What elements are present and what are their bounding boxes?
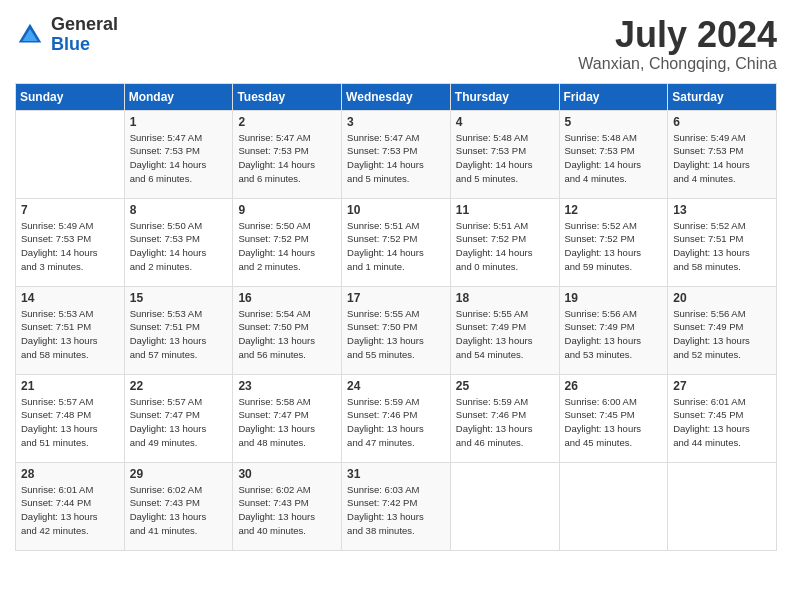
day-number: 28 bbox=[21, 467, 119, 481]
page-header: General Blue July 2024 Wanxian, Chongqin… bbox=[15, 15, 777, 73]
day-number: 12 bbox=[565, 203, 663, 217]
day-info: Sunrise: 6:01 AM Sunset: 7:45 PM Dayligh… bbox=[673, 395, 771, 450]
calendar-week-1: 1Sunrise: 5:47 AM Sunset: 7:53 PM Daylig… bbox=[16, 110, 777, 198]
day-info: Sunrise: 5:51 AM Sunset: 7:52 PM Dayligh… bbox=[347, 219, 445, 274]
day-number: 26 bbox=[565, 379, 663, 393]
calendar-cell: 24Sunrise: 5:59 AM Sunset: 7:46 PM Dayli… bbox=[342, 374, 451, 462]
calendar-cell: 4Sunrise: 5:48 AM Sunset: 7:53 PM Daylig… bbox=[450, 110, 559, 198]
calendar-cell: 20Sunrise: 5:56 AM Sunset: 7:49 PM Dayli… bbox=[668, 286, 777, 374]
header-sunday: Sunday bbox=[16, 83, 125, 110]
calendar-cell: 8Sunrise: 5:50 AM Sunset: 7:53 PM Daylig… bbox=[124, 198, 233, 286]
calendar-cell: 29Sunrise: 6:02 AM Sunset: 7:43 PM Dayli… bbox=[124, 462, 233, 550]
day-info: Sunrise: 5:47 AM Sunset: 7:53 PM Dayligh… bbox=[130, 131, 228, 186]
calendar-cell: 25Sunrise: 5:59 AM Sunset: 7:46 PM Dayli… bbox=[450, 374, 559, 462]
calendar-cell bbox=[450, 462, 559, 550]
day-info: Sunrise: 5:50 AM Sunset: 7:52 PM Dayligh… bbox=[238, 219, 336, 274]
day-info: Sunrise: 5:48 AM Sunset: 7:53 PM Dayligh… bbox=[565, 131, 663, 186]
header-thursday: Thursday bbox=[450, 83, 559, 110]
day-number: 1 bbox=[130, 115, 228, 129]
day-info: Sunrise: 5:47 AM Sunset: 7:53 PM Dayligh… bbox=[347, 131, 445, 186]
day-info: Sunrise: 5:58 AM Sunset: 7:47 PM Dayligh… bbox=[238, 395, 336, 450]
calendar-cell: 30Sunrise: 6:02 AM Sunset: 7:43 PM Dayli… bbox=[233, 462, 342, 550]
day-number: 31 bbox=[347, 467, 445, 481]
day-info: Sunrise: 5:50 AM Sunset: 7:53 PM Dayligh… bbox=[130, 219, 228, 274]
day-info: Sunrise: 5:57 AM Sunset: 7:48 PM Dayligh… bbox=[21, 395, 119, 450]
day-info: Sunrise: 5:51 AM Sunset: 7:52 PM Dayligh… bbox=[456, 219, 554, 274]
calendar-cell: 18Sunrise: 5:55 AM Sunset: 7:49 PM Dayli… bbox=[450, 286, 559, 374]
calendar-week-5: 28Sunrise: 6:01 AM Sunset: 7:44 PM Dayli… bbox=[16, 462, 777, 550]
day-info: Sunrise: 5:49 AM Sunset: 7:53 PM Dayligh… bbox=[21, 219, 119, 274]
calendar-cell: 26Sunrise: 6:00 AM Sunset: 7:45 PM Dayli… bbox=[559, 374, 668, 462]
day-number: 5 bbox=[565, 115, 663, 129]
calendar-cell: 28Sunrise: 6:01 AM Sunset: 7:44 PM Dayli… bbox=[16, 462, 125, 550]
calendar-cell: 1Sunrise: 5:47 AM Sunset: 7:53 PM Daylig… bbox=[124, 110, 233, 198]
day-number: 9 bbox=[238, 203, 336, 217]
day-info: Sunrise: 6:01 AM Sunset: 7:44 PM Dayligh… bbox=[21, 483, 119, 538]
logo-general: General bbox=[51, 15, 118, 35]
day-number: 4 bbox=[456, 115, 554, 129]
calendar-cell: 12Sunrise: 5:52 AM Sunset: 7:52 PM Dayli… bbox=[559, 198, 668, 286]
header-saturday: Saturday bbox=[668, 83, 777, 110]
day-info: Sunrise: 5:49 AM Sunset: 7:53 PM Dayligh… bbox=[673, 131, 771, 186]
calendar-header-row: SundayMondayTuesdayWednesdayThursdayFrid… bbox=[16, 83, 777, 110]
calendar-cell: 9Sunrise: 5:50 AM Sunset: 7:52 PM Daylig… bbox=[233, 198, 342, 286]
day-number: 16 bbox=[238, 291, 336, 305]
calendar-cell: 10Sunrise: 5:51 AM Sunset: 7:52 PM Dayli… bbox=[342, 198, 451, 286]
day-number: 23 bbox=[238, 379, 336, 393]
calendar-cell: 5Sunrise: 5:48 AM Sunset: 7:53 PM Daylig… bbox=[559, 110, 668, 198]
title-section: July 2024 Wanxian, Chongqing, China bbox=[578, 15, 777, 73]
day-info: Sunrise: 5:54 AM Sunset: 7:50 PM Dayligh… bbox=[238, 307, 336, 362]
calendar-cell bbox=[668, 462, 777, 550]
day-info: Sunrise: 5:47 AM Sunset: 7:53 PM Dayligh… bbox=[238, 131, 336, 186]
day-number: 27 bbox=[673, 379, 771, 393]
day-info: Sunrise: 5:52 AM Sunset: 7:52 PM Dayligh… bbox=[565, 219, 663, 274]
header-friday: Friday bbox=[559, 83, 668, 110]
calendar-cell: 2Sunrise: 5:47 AM Sunset: 7:53 PM Daylig… bbox=[233, 110, 342, 198]
calendar-table: SundayMondayTuesdayWednesdayThursdayFrid… bbox=[15, 83, 777, 551]
day-info: Sunrise: 5:53 AM Sunset: 7:51 PM Dayligh… bbox=[21, 307, 119, 362]
calendar-week-4: 21Sunrise: 5:57 AM Sunset: 7:48 PM Dayli… bbox=[16, 374, 777, 462]
calendar-cell: 7Sunrise: 5:49 AM Sunset: 7:53 PM Daylig… bbox=[16, 198, 125, 286]
day-number: 19 bbox=[565, 291, 663, 305]
calendar-cell: 16Sunrise: 5:54 AM Sunset: 7:50 PM Dayli… bbox=[233, 286, 342, 374]
calendar-cell bbox=[559, 462, 668, 550]
day-info: Sunrise: 6:02 AM Sunset: 7:43 PM Dayligh… bbox=[238, 483, 336, 538]
day-info: Sunrise: 6:02 AM Sunset: 7:43 PM Dayligh… bbox=[130, 483, 228, 538]
day-number: 7 bbox=[21, 203, 119, 217]
day-number: 11 bbox=[456, 203, 554, 217]
calendar-cell: 22Sunrise: 5:57 AM Sunset: 7:47 PM Dayli… bbox=[124, 374, 233, 462]
day-info: Sunrise: 5:48 AM Sunset: 7:53 PM Dayligh… bbox=[456, 131, 554, 186]
day-number: 18 bbox=[456, 291, 554, 305]
day-info: Sunrise: 5:59 AM Sunset: 7:46 PM Dayligh… bbox=[456, 395, 554, 450]
day-info: Sunrise: 5:56 AM Sunset: 7:49 PM Dayligh… bbox=[565, 307, 663, 362]
day-number: 22 bbox=[130, 379, 228, 393]
day-number: 25 bbox=[456, 379, 554, 393]
calendar-cell: 27Sunrise: 6:01 AM Sunset: 7:45 PM Dayli… bbox=[668, 374, 777, 462]
logo-blue: Blue bbox=[51, 35, 118, 55]
month-year-title: July 2024 bbox=[578, 15, 777, 55]
day-number: 20 bbox=[673, 291, 771, 305]
calendar-cell: 21Sunrise: 5:57 AM Sunset: 7:48 PM Dayli… bbox=[16, 374, 125, 462]
calendar-cell: 3Sunrise: 5:47 AM Sunset: 7:53 PM Daylig… bbox=[342, 110, 451, 198]
calendar-cell: 13Sunrise: 5:52 AM Sunset: 7:51 PM Dayli… bbox=[668, 198, 777, 286]
day-number: 6 bbox=[673, 115, 771, 129]
calendar-week-3: 14Sunrise: 5:53 AM Sunset: 7:51 PM Dayli… bbox=[16, 286, 777, 374]
calendar-cell: 11Sunrise: 5:51 AM Sunset: 7:52 PM Dayli… bbox=[450, 198, 559, 286]
calendar-cell: 14Sunrise: 5:53 AM Sunset: 7:51 PM Dayli… bbox=[16, 286, 125, 374]
day-info: Sunrise: 6:00 AM Sunset: 7:45 PM Dayligh… bbox=[565, 395, 663, 450]
logo-icon bbox=[15, 20, 45, 50]
day-number: 30 bbox=[238, 467, 336, 481]
day-info: Sunrise: 6:03 AM Sunset: 7:42 PM Dayligh… bbox=[347, 483, 445, 538]
logo-text: General Blue bbox=[51, 15, 118, 55]
calendar-cell bbox=[16, 110, 125, 198]
calendar-cell: 17Sunrise: 5:55 AM Sunset: 7:50 PM Dayli… bbox=[342, 286, 451, 374]
calendar-cell: 23Sunrise: 5:58 AM Sunset: 7:47 PM Dayli… bbox=[233, 374, 342, 462]
header-wednesday: Wednesday bbox=[342, 83, 451, 110]
day-number: 24 bbox=[347, 379, 445, 393]
day-number: 8 bbox=[130, 203, 228, 217]
day-number: 14 bbox=[21, 291, 119, 305]
day-number: 29 bbox=[130, 467, 228, 481]
header-tuesday: Tuesday bbox=[233, 83, 342, 110]
day-number: 15 bbox=[130, 291, 228, 305]
day-info: Sunrise: 5:57 AM Sunset: 7:47 PM Dayligh… bbox=[130, 395, 228, 450]
